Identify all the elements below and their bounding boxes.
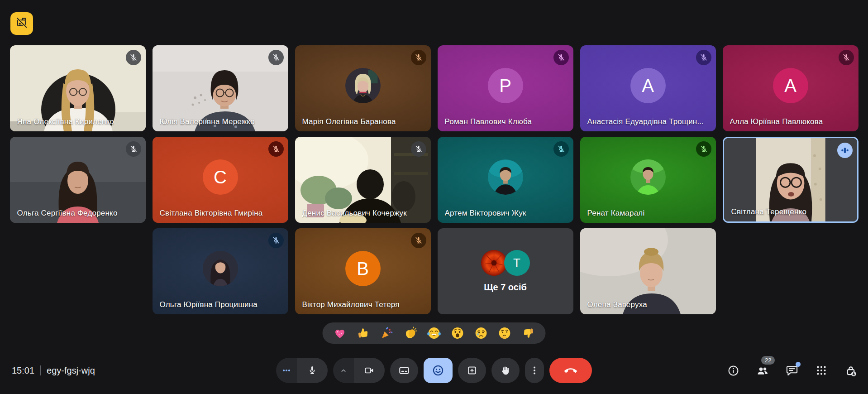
participant-name: Світлана Вікторівна Гмиріна — [160, 209, 263, 218]
mic-muted-icon — [268, 141, 284, 157]
mic-muted-icon — [553, 141, 569, 157]
mic-muted-icon — [268, 50, 284, 65]
reaction-thumbs-up[interactable] — [357, 326, 371, 340]
audio-level-icon — [837, 143, 853, 158]
mic-more-button[interactable] — [276, 358, 297, 383]
participant-name: Алла Юріївна Павлюкова — [730, 117, 823, 126]
microphone-button[interactable] — [297, 358, 328, 383]
participant-name: Артем Вікторович Жук — [445, 209, 526, 218]
overflow-count-label: Ще 7 осіб — [484, 282, 527, 293]
mic-muted-icon — [126, 141, 141, 157]
mic-muted-icon — [839, 50, 854, 65]
participant-name: Віктор Михайлович Тетеря — [302, 300, 400, 309]
initial-avatar: T — [504, 250, 530, 276]
mic-muted-icon — [696, 50, 711, 65]
participant-tile-denys[interactable]: Денис Васильович Кочержук — [295, 137, 431, 223]
participant-name: Олена Заверуха — [587, 300, 647, 309]
meet-stage: Яна Олексіївна КириленкоЮлія Валеріївна … — [0, 0, 868, 394]
end-call-button[interactable] — [549, 358, 592, 383]
overflow-participants: TЩе 7 осіб — [438, 228, 573, 314]
participant-tile-yana[interactable]: Яна Олексіївна Кириленко — [10, 45, 146, 131]
chat-notification-dot — [796, 362, 801, 367]
captions-button[interactable] — [390, 358, 418, 383]
photo-avatar — [488, 159, 523, 195]
control-bar — [276, 358, 592, 383]
photo-avatar — [630, 159, 666, 195]
overflow-avatars: T — [481, 250, 530, 276]
participant-name: Роман Павлович Клюба — [445, 117, 532, 126]
participant-tile-olha-f[interactable]: Ольга Сергіївна Федоренко — [10, 137, 146, 223]
reactions-button[interactable] — [424, 358, 453, 383]
meeting-meta: 15:01 egy-fgsj-wjq — [12, 358, 95, 383]
participant-tile-olha-p[interactable]: Ольга Юріївна Процишина — [153, 228, 288, 314]
right-panel-buttons: 22 — [727, 358, 857, 383]
reaction-surprised-face[interactable] — [451, 326, 465, 340]
photo-avatar — [345, 68, 381, 103]
grid-row-2: Ольга Сергіївна ФедоренкоCСвітлана Вікто… — [0, 137, 868, 223]
mic-muted-icon — [126, 50, 141, 65]
participant-tile-yuliia[interactable]: Юлія Валеріївна Мережко — [153, 45, 288, 131]
present-button[interactable] — [458, 358, 486, 383]
initial-avatar: A — [773, 68, 808, 103]
reaction-crying-face[interactable] — [474, 326, 488, 340]
participant-tile-viktor[interactable]: BВіктор Михайлович Тетеря — [295, 228, 431, 314]
mic-muted-icon — [553, 50, 569, 65]
initial-avatar: C — [203, 159, 238, 195]
grid-row-3: Ольга Юріївна ПроцишинаBВіктор Михайлови… — [0, 228, 868, 314]
participant-tile-renat[interactable]: Ренат Камаралі — [580, 137, 716, 223]
participant-tile-artem[interactable]: Артем Вікторович Жук — [438, 137, 573, 223]
mic-muted-icon — [268, 233, 284, 248]
more-options-button[interactable] — [525, 358, 544, 383]
reaction-clapping-hands[interactable] — [404, 326, 418, 340]
camera-button[interactable] — [354, 358, 385, 383]
meeting-details-button[interactable] — [727, 364, 739, 377]
initial-avatar: A — [630, 68, 666, 103]
participant-name: Марія Олегівна Баранова — [302, 117, 396, 126]
host-controls-button[interactable] — [844, 364, 857, 377]
participant-tile-alla[interactable]: AАлла Юріївна Павлюкова — [723, 45, 858, 131]
clock: 15:01 — [12, 365, 34, 376]
participant-name: Юлія Валеріївна Мережко — [160, 117, 255, 126]
flower-avatar — [481, 250, 507, 276]
participant-name: Яна Олексіївна Кириленко — [17, 117, 114, 126]
status-chip[interactable] — [10, 12, 33, 35]
participant-tile-maria[interactable]: Марія Олегівна Баранова — [295, 45, 431, 131]
chat-button[interactable] — [786, 364, 798, 377]
reaction-thinking-face[interactable] — [498, 326, 512, 340]
divider — [40, 365, 41, 375]
participant-tile-svitlana-t[interactable]: Світлана Терещенко — [723, 137, 858, 223]
mic-muted-icon — [411, 50, 426, 65]
initial-avatar: P — [488, 68, 523, 103]
participant-name: Денис Васильович Кочержук — [302, 209, 407, 218]
grid-row-1: Яна Олексіївна КириленкоЮлія Валеріївна … — [0, 45, 868, 131]
camera-split-button — [333, 358, 385, 383]
photo-avatar — [203, 251, 238, 286]
reaction-face-with-tears-of-joy[interactable] — [427, 326, 441, 340]
participant-name: Ренат Камаралі — [587, 209, 645, 218]
reaction-thumbs-down[interactable] — [521, 326, 535, 340]
participant-tile-anastasiia[interactable]: AАнастасія Едуардівна Трощин... — [580, 45, 716, 131]
participant-name: Ольга Сергіївна Федоренко — [17, 209, 118, 218]
camera-more-button[interactable] — [333, 358, 354, 383]
presentation-off-icon — [15, 16, 28, 31]
initial-avatar: B — [345, 251, 381, 286]
participant-tile-olena[interactable]: Олена Заверуха — [580, 228, 716, 314]
participant-tile-svitlana-h[interactable]: CСвітлана Вікторівна Гмиріна — [153, 137, 288, 223]
participant-tile-roman[interactable]: PРоман Павлович Клюба — [438, 45, 573, 131]
mic-split-button — [276, 358, 328, 383]
participant-tile-overflow[interactable]: TЩе 7 осіб — [438, 228, 573, 314]
mic-muted-icon — [411, 233, 426, 248]
participant-name: Світлана Терещенко — [731, 207, 807, 216]
mic-muted-icon — [411, 141, 426, 157]
participant-grid: Яна Олексіївна КириленкоЮлія Валеріївна … — [0, 45, 868, 314]
participant-name: Анастасія Едуардівна Трощин... — [587, 117, 704, 126]
participant-count-badge: 22 — [761, 356, 775, 365]
participant-name: Ольга Юріївна Процишина — [160, 300, 258, 309]
raise-hand-button[interactable] — [491, 358, 520, 383]
activities-button[interactable] — [815, 364, 828, 377]
mic-muted-icon — [696, 141, 711, 157]
reaction-party-popper[interactable] — [380, 326, 394, 340]
people-button[interactable]: 22 — [756, 364, 769, 377]
reaction-sparkling-heart[interactable] — [333, 326, 347, 340]
meeting-code: egy-fgsj-wjq — [47, 365, 95, 376]
